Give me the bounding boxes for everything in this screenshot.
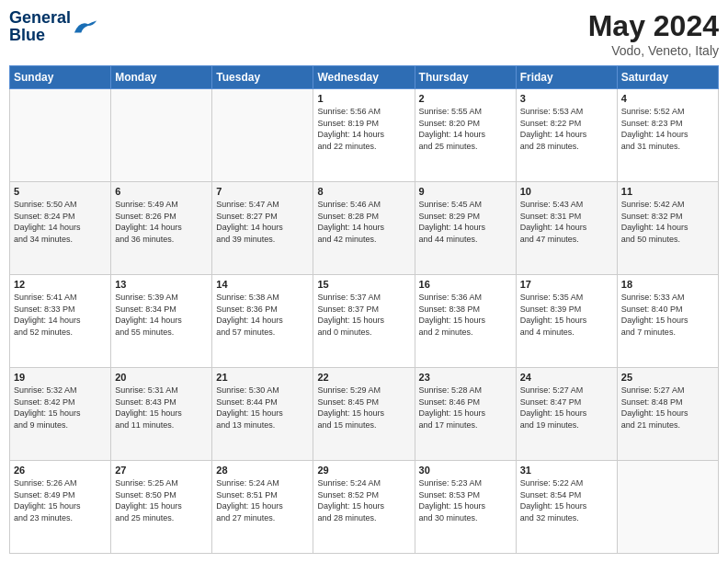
table-cell	[10, 89, 111, 182]
day-info: Sunrise: 5:56 AM Sunset: 8:19 PM Dayligh…	[317, 106, 410, 152]
table-cell: 9Sunrise: 5:45 AM Sunset: 8:29 PM Daylig…	[415, 182, 516, 275]
col-saturday: Saturday	[617, 66, 718, 89]
day-number: 17	[520, 279, 613, 290]
calendar-week-2: 5Sunrise: 5:50 AM Sunset: 8:24 PM Daylig…	[10, 182, 719, 275]
day-info: Sunrise: 5:45 AM Sunset: 8:29 PM Dayligh…	[419, 199, 512, 245]
table-cell: 30Sunrise: 5:23 AM Sunset: 8:53 PM Dayli…	[415, 461, 516, 554]
calendar-body: 1Sunrise: 5:56 AM Sunset: 8:19 PM Daylig…	[10, 89, 719, 554]
day-number: 30	[419, 465, 512, 476]
day-number: 2	[419, 93, 512, 104]
table-cell: 5Sunrise: 5:50 AM Sunset: 8:24 PM Daylig…	[10, 182, 111, 275]
day-info: Sunrise: 5:38 AM Sunset: 8:36 PM Dayligh…	[216, 292, 309, 338]
table-cell: 16Sunrise: 5:36 AM Sunset: 8:38 PM Dayli…	[415, 275, 516, 368]
calendar-week-3: 12Sunrise: 5:41 AM Sunset: 8:33 PM Dayli…	[10, 275, 719, 368]
day-info: Sunrise: 5:43 AM Sunset: 8:31 PM Dayligh…	[520, 199, 613, 245]
day-info: Sunrise: 5:27 AM Sunset: 8:48 PM Dayligh…	[621, 385, 714, 431]
calendar-week-1: 1Sunrise: 5:56 AM Sunset: 8:19 PM Daylig…	[10, 89, 719, 182]
day-info: Sunrise: 5:28 AM Sunset: 8:46 PM Dayligh…	[419, 385, 512, 431]
day-info: Sunrise: 5:27 AM Sunset: 8:47 PM Dayligh…	[520, 385, 613, 431]
day-info: Sunrise: 5:37 AM Sunset: 8:37 PM Dayligh…	[317, 292, 410, 338]
day-info: Sunrise: 5:36 AM Sunset: 8:38 PM Dayligh…	[419, 292, 512, 338]
table-cell: 22Sunrise: 5:29 AM Sunset: 8:45 PM Dayli…	[313, 368, 415, 461]
day-number: 20	[115, 372, 208, 383]
table-cell: 28Sunrise: 5:24 AM Sunset: 8:51 PM Dayli…	[212, 461, 313, 554]
title-block: May 2024 Vodo, Veneto, Italy	[588, 9, 719, 58]
table-cell: 31Sunrise: 5:22 AM Sunset: 8:54 PM Dayli…	[516, 461, 617, 554]
logo-blue-text: Blue	[9, 26, 45, 44]
day-info: Sunrise: 5:39 AM Sunset: 8:34 PM Dayligh…	[115, 292, 208, 338]
table-cell: 7Sunrise: 5:47 AM Sunset: 8:27 PM Daylig…	[212, 182, 313, 275]
day-number: 5	[14, 186, 107, 197]
day-info: Sunrise: 5:25 AM Sunset: 8:50 PM Dayligh…	[115, 477, 208, 523]
day-number: 3	[520, 93, 613, 104]
table-cell: 11Sunrise: 5:42 AM Sunset: 8:32 PM Dayli…	[617, 182, 718, 275]
day-info: Sunrise: 5:30 AM Sunset: 8:44 PM Dayligh…	[216, 385, 309, 431]
day-number: 25	[621, 372, 714, 383]
day-number: 27	[115, 465, 208, 476]
col-friday: Friday	[516, 66, 617, 89]
day-info: Sunrise: 5:49 AM Sunset: 8:26 PM Dayligh…	[115, 199, 208, 245]
day-number: 11	[621, 186, 714, 197]
table-cell: 25Sunrise: 5:27 AM Sunset: 8:48 PM Dayli…	[617, 368, 718, 461]
table-cell: 15Sunrise: 5:37 AM Sunset: 8:37 PM Dayli…	[313, 275, 415, 368]
day-number: 22	[317, 372, 410, 383]
col-sunday: Sunday	[10, 66, 111, 89]
table-cell: 20Sunrise: 5:31 AM Sunset: 8:43 PM Dayli…	[111, 368, 212, 461]
day-info: Sunrise: 5:24 AM Sunset: 8:52 PM Dayligh…	[317, 477, 410, 523]
day-number: 29	[317, 465, 410, 476]
day-number: 7	[216, 186, 309, 197]
day-number: 16	[419, 279, 512, 290]
table-cell: 18Sunrise: 5:33 AM Sunset: 8:40 PM Dayli…	[617, 275, 718, 368]
day-info: Sunrise: 5:50 AM Sunset: 8:24 PM Dayligh…	[14, 199, 107, 245]
day-info: Sunrise: 5:46 AM Sunset: 8:28 PM Dayligh…	[317, 199, 410, 245]
col-wednesday: Wednesday	[313, 66, 415, 89]
day-number: 28	[216, 465, 309, 476]
col-thursday: Thursday	[415, 66, 516, 89]
table-cell: 1Sunrise: 5:56 AM Sunset: 8:19 PM Daylig…	[313, 89, 415, 182]
day-info: Sunrise: 5:33 AM Sunset: 8:40 PM Dayligh…	[621, 292, 714, 338]
table-cell: 26Sunrise: 5:26 AM Sunset: 8:49 PM Dayli…	[10, 461, 111, 554]
table-cell: 6Sunrise: 5:49 AM Sunset: 8:26 PM Daylig…	[111, 182, 212, 275]
day-number: 19	[14, 372, 107, 383]
day-info: Sunrise: 5:55 AM Sunset: 8:20 PM Dayligh…	[419, 106, 512, 152]
calendar-week-5: 26Sunrise: 5:26 AM Sunset: 8:49 PM Dayli…	[10, 461, 719, 554]
day-number: 8	[317, 186, 410, 197]
col-tuesday: Tuesday	[212, 66, 313, 89]
day-info: Sunrise: 5:42 AM Sunset: 8:32 PM Dayligh…	[621, 199, 714, 245]
day-number: 13	[115, 279, 208, 290]
table-cell: 2Sunrise: 5:55 AM Sunset: 8:20 PM Daylig…	[415, 89, 516, 182]
calendar-table: Sunday Monday Tuesday Wednesday Thursday…	[9, 65, 719, 554]
calendar-week-4: 19Sunrise: 5:32 AM Sunset: 8:42 PM Dayli…	[10, 368, 719, 461]
table-cell	[111, 89, 212, 182]
day-number: 18	[621, 279, 714, 290]
day-info: Sunrise: 5:29 AM Sunset: 8:45 PM Dayligh…	[317, 385, 410, 431]
day-number: 31	[520, 465, 613, 476]
table-cell: 4Sunrise: 5:52 AM Sunset: 8:23 PM Daylig…	[617, 89, 718, 182]
header: General Blue May 2024 Vodo, Veneto, Ital…	[9, 9, 719, 58]
day-number: 9	[419, 186, 512, 197]
day-info: Sunrise: 5:35 AM Sunset: 8:39 PM Dayligh…	[520, 292, 613, 338]
calendar-header-row: Sunday Monday Tuesday Wednesday Thursday…	[10, 66, 719, 89]
day-info: Sunrise: 5:26 AM Sunset: 8:49 PM Dayligh…	[14, 477, 107, 523]
day-number: 15	[317, 279, 410, 290]
table-cell: 12Sunrise: 5:41 AM Sunset: 8:33 PM Dayli…	[10, 275, 111, 368]
table-cell: 10Sunrise: 5:43 AM Sunset: 8:31 PM Dayli…	[516, 182, 617, 275]
table-cell: 8Sunrise: 5:46 AM Sunset: 8:28 PM Daylig…	[313, 182, 415, 275]
day-number: 10	[520, 186, 613, 197]
table-cell: 17Sunrise: 5:35 AM Sunset: 8:39 PM Dayli…	[516, 275, 617, 368]
table-cell: 27Sunrise: 5:25 AM Sunset: 8:50 PM Dayli…	[111, 461, 212, 554]
table-cell	[617, 461, 718, 554]
table-cell: 3Sunrise: 5:53 AM Sunset: 8:22 PM Daylig…	[516, 89, 617, 182]
day-number: 12	[14, 279, 107, 290]
main-title: May 2024	[588, 9, 719, 43]
day-info: Sunrise: 5:53 AM Sunset: 8:22 PM Dayligh…	[520, 106, 613, 152]
day-number: 26	[14, 465, 107, 476]
table-cell: 13Sunrise: 5:39 AM Sunset: 8:34 PM Dayli…	[111, 275, 212, 368]
day-info: Sunrise: 5:23 AM Sunset: 8:53 PM Dayligh…	[419, 477, 512, 523]
day-number: 24	[520, 372, 613, 383]
day-number: 23	[419, 372, 512, 383]
logo-general-dark: General	[9, 8, 71, 27]
logo-general-text: General	[9, 8, 71, 27]
table-cell: 29Sunrise: 5:24 AM Sunset: 8:52 PM Dayli…	[313, 461, 415, 554]
table-cell	[212, 89, 313, 182]
